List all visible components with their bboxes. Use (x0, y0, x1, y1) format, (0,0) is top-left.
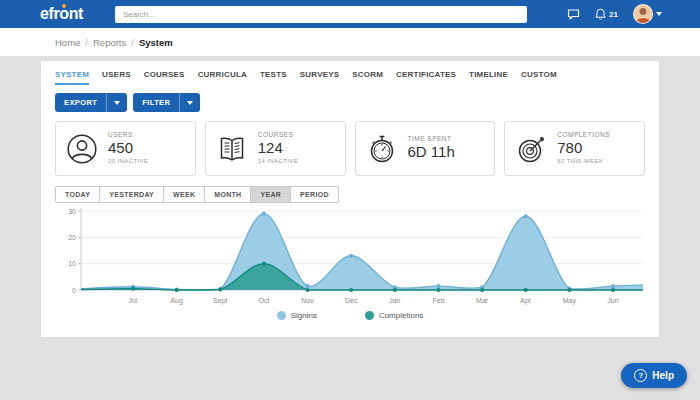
legend-label: Completions (379, 311, 423, 320)
tab-timeline[interactable]: TIMELINE (469, 70, 508, 85)
breadcrumb: Home / Reports / System (0, 28, 700, 56)
stat-subtext: 20 INACTIVE (108, 158, 148, 166)
chevron-down-icon (187, 101, 193, 105)
chart-legend: Signins Completions (55, 311, 645, 320)
tab-custom[interactable]: CUSTOM (521, 70, 557, 85)
tab-system[interactable]: SYSTEM (55, 70, 89, 85)
legend-completions[interactable]: Completions (365, 311, 423, 320)
svg-text:Oct: Oct (258, 297, 269, 304)
svg-text:Aug: Aug (170, 297, 183, 305)
logo-accent-o: o (59, 5, 68, 23)
svg-text:May: May (563, 297, 577, 305)
svg-text:Jul: Jul (129, 297, 138, 304)
top-bar: efront 21 (0, 0, 700, 28)
help-button[interactable]: ? Help (621, 363, 687, 388)
tab-certificates[interactable]: CERTIFICATES (396, 70, 456, 85)
stat-value: 450 (108, 139, 148, 158)
logo-text: efr (40, 5, 59, 23)
user-menu[interactable] (633, 4, 662, 24)
report-tabs: SYSTEM USERS COURSES CURRICULA TESTS SUR… (55, 70, 645, 85)
time-range-selector: TODAY YESTERDAY WEEK MONTH YEAR PERIOD (55, 186, 339, 203)
stat-label: TIME SPENT (408, 135, 455, 143)
efront-logo[interactable]: efront (40, 5, 83, 23)
legend-dot (365, 311, 374, 320)
tab-curricula[interactable]: CURRICULA (198, 70, 247, 85)
time-spent-stat-card: TIME SPENT 6D 11h (355, 121, 496, 176)
svg-text:Jun: Jun (607, 297, 618, 304)
stopwatch-icon (365, 132, 399, 166)
stat-value: 6D 11h (408, 143, 455, 162)
filter-label: FILTER (133, 93, 179, 112)
notification-count: 21 (609, 10, 618, 19)
stat-subtext: 62 THIS WEEK (557, 158, 610, 166)
search-input[interactable] (115, 6, 527, 23)
book-icon (215, 132, 249, 166)
stat-label: USERS (108, 131, 148, 139)
breadcrumb-home[interactable]: Home (55, 37, 80, 48)
stat-cards: USERS 450 20 INACTIVE COURSES 124 14 INA… (55, 121, 645, 176)
svg-text:30: 30 (68, 208, 76, 215)
range-week[interactable]: WEEK (163, 186, 205, 203)
stat-subtext: 14 INACTIVE (258, 158, 298, 166)
breadcrumb-reports[interactable]: Reports (93, 37, 126, 48)
svg-text:Sept: Sept (213, 297, 227, 305)
stat-value: 124 (258, 139, 298, 158)
range-today[interactable]: TODAY (55, 186, 100, 203)
svg-text:Feb: Feb (432, 297, 444, 304)
range-yesterday[interactable]: YESTERDAY (99, 186, 164, 203)
filter-dropdown-caret[interactable] (179, 93, 200, 112)
legend-label: Signins (291, 311, 317, 320)
stat-label: COMPLETIONS (557, 131, 610, 139)
users-stat-card: USERS 450 20 INACTIVE (55, 121, 196, 176)
tab-surveys[interactable]: SURVEYS (300, 70, 340, 85)
tab-users[interactable]: USERS (102, 70, 131, 85)
help-label: Help (652, 370, 674, 381)
chevron-down-icon (656, 12, 662, 16)
export-label: EXPORT (55, 93, 106, 112)
user-icon (65, 132, 99, 166)
legend-signins[interactable]: Signins (277, 311, 317, 320)
completions-stat-card: COMPLETIONS 780 62 THIS WEEK (504, 121, 645, 176)
messages-button[interactable] (567, 9, 580, 20)
tab-courses[interactable]: COURSES (144, 70, 185, 85)
export-button[interactable]: EXPORT (55, 93, 127, 112)
notifications-button[interactable]: 21 (595, 8, 618, 20)
chart-container: 0102030JulAugSeptOctNovDecJanFebMarAprMa… (55, 206, 645, 310)
svg-text:20: 20 (68, 234, 76, 241)
reports-panel: SYSTEM USERS COURSES CURRICULA TESTS SUR… (40, 60, 660, 338)
range-month[interactable]: MONTH (204, 186, 251, 203)
svg-text:Dec: Dec (345, 297, 358, 304)
logo-text-end: nt (69, 5, 83, 23)
svg-text:0: 0 (72, 287, 76, 294)
chat-icon (567, 9, 580, 20)
chevron-down-icon (114, 101, 120, 105)
toolbar: EXPORT FILTER (55, 93, 645, 112)
svg-text:Apr: Apr (520, 297, 532, 305)
tab-scorm[interactable]: SCORM (352, 70, 383, 85)
svg-text:Jan: Jan (389, 297, 400, 304)
bell-icon (595, 8, 606, 20)
svg-text:Mar: Mar (476, 297, 489, 304)
stat-label: COURSES (258, 131, 298, 139)
legend-dot (277, 311, 286, 320)
svg-text:10: 10 (68, 260, 76, 267)
svg-text:Nov: Nov (301, 297, 314, 304)
breadcrumb-separator: / (85, 37, 88, 48)
breadcrumb-separator: / (131, 37, 134, 48)
avatar (633, 4, 653, 24)
filter-button[interactable]: FILTER (133, 93, 200, 112)
area-chart: 0102030JulAugSeptOctNovDecJanFebMarAprMa… (55, 206, 647, 310)
export-dropdown-caret[interactable] (106, 93, 127, 112)
breadcrumb-current: System (139, 37, 173, 48)
tab-tests[interactable]: TESTS (260, 70, 287, 85)
range-year[interactable]: YEAR (250, 186, 291, 203)
courses-stat-card: COURSES 124 14 INACTIVE (205, 121, 346, 176)
range-period[interactable]: PERIOD (290, 186, 339, 203)
target-icon (514, 132, 548, 166)
question-mark-icon: ? (634, 369, 647, 382)
stat-value: 780 (557, 139, 610, 158)
